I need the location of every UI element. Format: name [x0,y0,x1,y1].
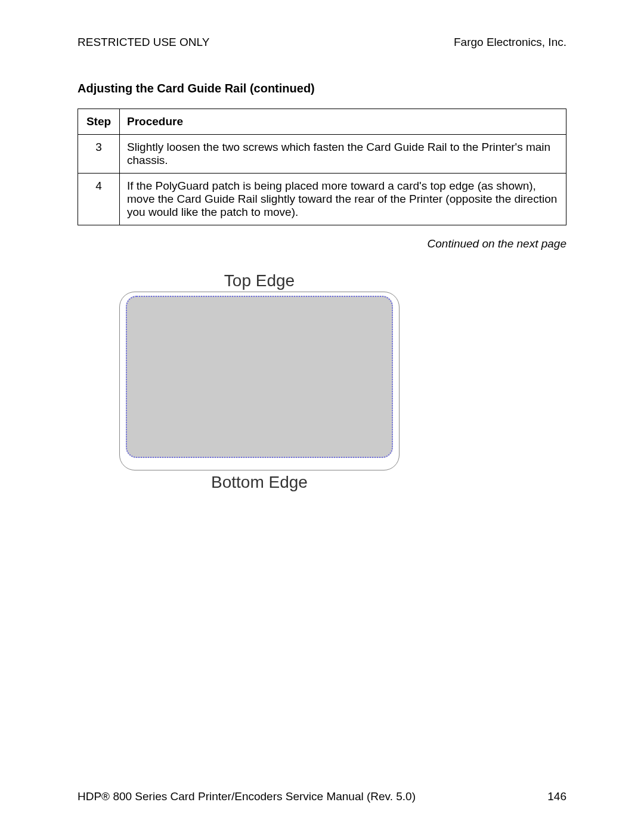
header-company: Fargo Electronics, Inc. [454,36,566,49]
step-procedure: Slightly loosen the two screws which fas… [120,135,566,174]
diagram-bottom-label: Bottom Edge [80,473,438,492]
footer-page-number: 146 [547,790,566,803]
continued-note: Continued on the next page [78,237,566,250]
procedure-table: Step Procedure 3 Slightly loosen the two… [78,109,566,225]
header-restricted: RESTRICTED USE ONLY [78,36,209,49]
step-number: 4 [78,174,120,225]
section-title: Adjusting the Card Guide Rail (continued… [78,82,566,95]
step-number: 3 [78,135,120,174]
diagram-top-label: Top Edge [80,271,438,290]
page-footer: HDP® 800 Series Card Printer/Encoders Se… [78,790,566,803]
step-procedure: If the PolyGuard patch is being placed m… [120,174,566,225]
table-header-row: Step Procedure [78,109,566,135]
patch-area [126,296,393,458]
col-header-step: Step [78,109,120,135]
card-diagram: Top Edge Bottom Edge [80,271,438,492]
table-row: 4 If the PolyGuard patch is being placed… [78,174,566,225]
table-row: 3 Slightly loosen the two screws which f… [78,135,566,174]
card-outline [119,292,400,470]
footer-doc-title: HDP® 800 Series Card Printer/Encoders Se… [78,790,416,803]
col-header-procedure: Procedure [120,109,566,135]
page-header: RESTRICTED USE ONLY Fargo Electronics, I… [78,36,566,49]
